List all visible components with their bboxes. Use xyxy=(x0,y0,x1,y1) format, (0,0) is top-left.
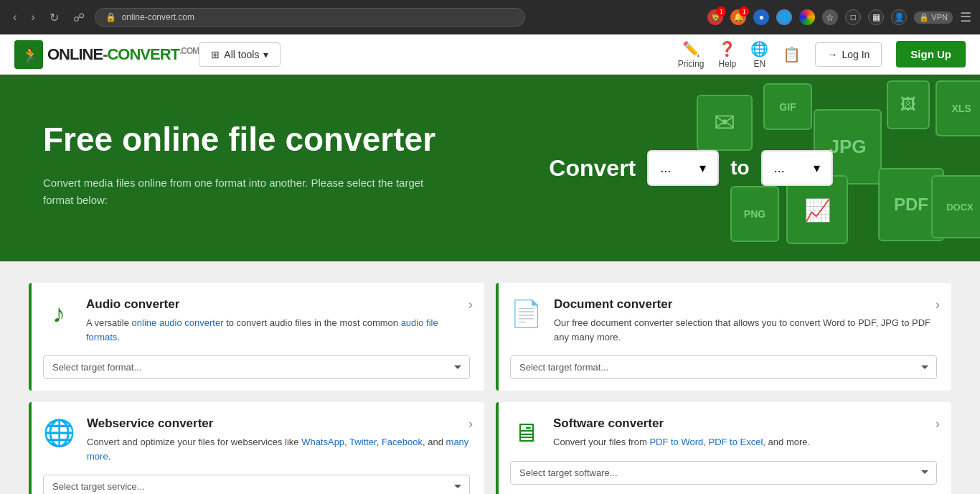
audio-format-select[interactable]: Select target format... xyxy=(43,355,470,379)
svg-text:🏃: 🏃 xyxy=(22,47,39,64)
hero-description: Convert media files online from one form… xyxy=(43,174,445,209)
webservice-converter-card[interactable]: 🌐 Webservice converter Convert and optim… xyxy=(29,402,484,494)
extension-grid[interactable]: ▦ xyxy=(868,9,884,25)
all-tools-button[interactable]: ⊞ All tools ▾ xyxy=(199,42,281,67)
extension-star[interactable]: ☆ xyxy=(822,9,838,25)
url-text: online-convert.com xyxy=(122,12,194,22)
document-format-select[interactable]: Select target format... xyxy=(510,355,937,379)
logo-com: .COM xyxy=(179,45,199,55)
help-label: Help xyxy=(719,59,737,69)
lock-icon: 🔒 xyxy=(105,12,116,22)
audio-card-arrow: › xyxy=(468,297,473,312)
language-link[interactable]: 🌐 EN xyxy=(750,40,768,69)
converter-cards-section: ♪ Audio converter A versatile online aud… xyxy=(0,261,980,494)
pricing-link[interactable]: ✏️ Pricing xyxy=(678,40,705,69)
convert-label: Convert xyxy=(549,155,636,182)
extension-globe[interactable]: 🌐 xyxy=(776,9,792,25)
site-navigation: 🏃 ONLINE-CONVERT.COM ⊞ All tools ▾ ✏️ Pr… xyxy=(0,34,980,75)
webservice-icon: 🌐 xyxy=(43,418,75,448)
document-card-desc: Our free document converter selection th… xyxy=(554,316,937,344)
signup-label: Sign Up xyxy=(910,48,951,60)
audio-converter-card[interactable]: ♪ Audio converter A versatile online aud… xyxy=(29,283,484,391)
webservice-card-title: Webservice converter xyxy=(87,416,470,431)
vpn-button[interactable]: 🔒 VPN xyxy=(914,11,953,24)
from-dropdown-arrow: ▾ xyxy=(699,160,706,176)
extension-person[interactable]: 👤 xyxy=(891,9,907,25)
document-card-title: Document converter xyxy=(554,297,937,312)
software-card-title: Software converter xyxy=(553,416,937,431)
software-icon: 🖥 xyxy=(510,418,542,448)
software-card-arrow: › xyxy=(936,416,940,432)
logo-icon: 🏃 xyxy=(14,40,43,69)
audio-card-content: Audio converter A versatile online audio… xyxy=(86,297,470,344)
extension-colorful[interactable] xyxy=(799,9,815,25)
forward-button[interactable]: › xyxy=(27,8,39,27)
grid-icon: ⊞ xyxy=(211,49,220,60)
software-card-header: 🖥 Software converter Convert your files … xyxy=(510,416,937,449)
extension-brave[interactable]: 🦁 1 xyxy=(707,9,723,25)
software-format-select[interactable]: Select target software... xyxy=(510,461,937,485)
webservice-card-content: Webservice converter Convert and optimiz… xyxy=(87,416,470,463)
audio-card-desc: A versatile online audio converter to co… xyxy=(86,316,470,344)
hero-title: Free online file converter xyxy=(43,120,445,159)
audio-icon: ♪ xyxy=(43,299,75,329)
chevron-down-icon: ▾ xyxy=(263,49,268,60)
browser-chrome: ‹ › ↻ ☍ 🔒 online-convert.com 🦁 1 🔔 1 ● 🌐… xyxy=(0,0,980,34)
audio-card-header: ♪ Audio converter A versatile online aud… xyxy=(43,297,470,344)
history-link[interactable]: 📋 xyxy=(783,46,801,63)
software-card-content: Software converter Convert your files fr… xyxy=(553,416,937,449)
login-button[interactable]: → Log In xyxy=(815,42,882,67)
back-button[interactable]: ‹ xyxy=(9,8,21,27)
document-icon: 📄 xyxy=(510,299,542,329)
software-converter-card[interactable]: 🖥 Software converter Convert your files … xyxy=(496,402,951,494)
extension-1[interactable]: ● xyxy=(753,9,769,25)
document-card-arrow: › xyxy=(936,297,940,312)
logo-area[interactable]: 🏃 ONLINE-CONVERT.COM xyxy=(14,40,199,69)
gif-file-icon: GIF xyxy=(763,83,812,130)
hero-section: Free online file converter Convert media… xyxy=(0,75,980,261)
to-label: to xyxy=(730,157,749,180)
from-format-dropdown[interactable]: ... ▾ xyxy=(647,150,719,186)
xls-file-icon: XLS xyxy=(936,80,980,136)
docx-file-icon: DOCX xyxy=(931,175,980,238)
help-icon: ❓ xyxy=(718,40,736,57)
lang-label: EN xyxy=(754,59,766,69)
alert-badge: 1 xyxy=(739,6,749,17)
globe-icon: 🌐 xyxy=(750,40,768,57)
to-dropdown-arrow: ▾ xyxy=(814,160,820,176)
document-card-header: 📄 Document converter Our free document c… xyxy=(510,297,937,344)
document-card-content: Document converter Our free document con… xyxy=(554,297,937,344)
logo-online: ONLINE xyxy=(47,45,103,63)
nav-actions: ✏️ Pricing ❓ Help 🌐 EN 📋 → Log In Sign U… xyxy=(678,40,966,69)
signup-button[interactable]: Sign Up xyxy=(896,41,966,67)
hero-convert-area: Convert ... ▾ to ... ▾ xyxy=(445,150,937,186)
extension-dark[interactable]: □ xyxy=(845,9,861,25)
pricing-label: Pricing xyxy=(678,59,705,69)
help-link[interactable]: ❓ Help xyxy=(718,40,736,69)
envelope-icon: ✉ xyxy=(697,95,753,151)
audio-card-title: Audio converter xyxy=(86,297,470,312)
webservice-card-desc: Convert and optimize your files for webs… xyxy=(87,435,470,463)
extension-alert[interactable]: 🔔 1 xyxy=(730,9,746,25)
webservice-card-header: 🌐 Webservice converter Convert and optim… xyxy=(43,416,470,463)
clipboard-icon: 📋 xyxy=(783,46,801,63)
browser-menu-button[interactable]: ☰ xyxy=(960,9,971,25)
browser-extension-icons: 🦁 1 🔔 1 ● 🌐 ☆ □ ▦ 👤 🔒 VPN ☰ xyxy=(707,9,971,25)
from-format-value: ... xyxy=(660,161,671,176)
to-format-value: ... xyxy=(774,161,785,176)
image-file-icon: 🖼 xyxy=(887,80,930,129)
reload-button[interactable]: ↻ xyxy=(45,8,63,27)
all-tools-label: All tools xyxy=(224,49,259,60)
to-format-dropdown[interactable]: ... ▾ xyxy=(761,150,833,186)
document-converter-card[interactable]: 📄 Document converter Our free document c… xyxy=(496,283,951,391)
pencil-icon: ✏️ xyxy=(682,40,700,57)
webservice-format-select[interactable]: Select target service... xyxy=(43,475,470,494)
logo-convert: CONVERT xyxy=(107,45,179,63)
address-bar[interactable]: 🔒 online-convert.com xyxy=(95,8,525,27)
logo-text: ONLINE-CONVERT.COM xyxy=(47,45,199,64)
login-label: Log In xyxy=(842,49,870,60)
brave-badge: 1 xyxy=(716,6,726,17)
bookmark-button[interactable]: ☍ xyxy=(69,8,89,27)
login-arrow-icon: → xyxy=(827,49,837,60)
hero-left: Free online file converter Convert media… xyxy=(43,120,445,215)
